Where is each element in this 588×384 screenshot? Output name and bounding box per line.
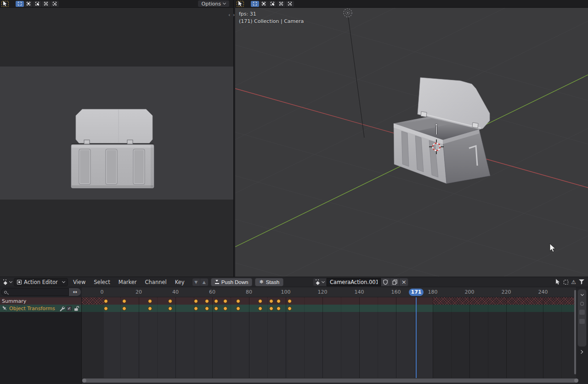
- select-mode-invert[interactable]: [277, 1, 285, 7]
- pin-icon[interactable]: [2, 306, 7, 311]
- out-of-range-dim: [433, 305, 576, 312]
- select-mode-set[interactable]: [251, 1, 259, 7]
- keyframe-frame-95[interactable]: [277, 306, 281, 311]
- modifier-wrench-icon[interactable]: [59, 306, 65, 312]
- keyframe-frame-85[interactable]: [258, 306, 262, 311]
- action-datablock-group: ×: [313, 278, 408, 286]
- summary-keyframe-track[interactable]: [82, 297, 576, 305]
- filter-funnel-icon[interactable]: [579, 279, 584, 284]
- scrollbar-thumb[interactable]: [82, 378, 578, 383]
- keyframe-frame-66[interactable]: [223, 299, 227, 303]
- filter-icon-group: ⚠: [555, 279, 584, 285]
- playhead-line[interactable]: [416, 297, 417, 378]
- push-down-button[interactable]: Push Down: [211, 278, 253, 286]
- select-mode-invert[interactable]: [42, 1, 50, 7]
- channel-region-background: [0, 312, 82, 384]
- show-errors-warning-icon[interactable]: ⚠: [571, 279, 576, 285]
- menu-view[interactable]: View: [69, 278, 90, 286]
- menu-select[interactable]: Select: [90, 278, 114, 286]
- menu-marker[interactable]: Marker: [114, 278, 141, 286]
- select-mode-set[interactable]: [16, 1, 24, 7]
- chevron-right-icon[interactable]: [579, 350, 583, 354]
- editor-type-dropdown[interactable]: [2, 278, 13, 286]
- layer-cycle-buttons: ▼ ▲: [192, 278, 208, 286]
- ruler-tick-80: 80: [240, 289, 258, 295]
- keyframe-frame-85[interactable]: [258, 299, 262, 303]
- select-mode-extend[interactable]: [260, 1, 268, 7]
- tweak-tool-button[interactable]: [1, 1, 9, 7]
- keyframe-frame-25[interactable]: [148, 306, 152, 311]
- keyframe-frame-11[interactable]: [122, 306, 126, 311]
- keyframe-frame-1[interactable]: [104, 299, 108, 303]
- region-resize-arrows[interactable]: ‹ ›: [228, 12, 235, 18]
- chevron-down-icon: [62, 279, 65, 283]
- keyframe-frame-73[interactable]: [236, 299, 240, 303]
- channel-enable-checkbox[interactable]: ✓: [67, 306, 72, 311]
- shield-icon: [383, 279, 388, 285]
- unlock-icon[interactable]: [74, 306, 79, 312]
- menu-channel[interactable]: Channel: [141, 278, 171, 286]
- fake-user-shield-button[interactable]: [381, 278, 390, 286]
- channel-row-summary[interactable]: Summary: [0, 297, 588, 305]
- keyframe-frame-36[interactable]: [168, 306, 172, 311]
- channel-name-cell[interactable]: Summary: [0, 297, 82, 305]
- keyframe-frame-1[interactable]: [104, 306, 108, 311]
- keyframe-frame-61[interactable]: [214, 306, 218, 311]
- camera-view-region[interactable]: [0, 8, 233, 277]
- timeline-ruler[interactable]: 020406080100120140160180200220240: [82, 287, 576, 297]
- viewport-3d-region[interactable]: fps: 31 (171) Collection | Camera: [235, 8, 588, 277]
- ruler-tick-120: 120: [313, 289, 332, 295]
- keyframe-frame-101[interactable]: [288, 306, 292, 311]
- select-mode-intersect[interactable]: [51, 1, 59, 7]
- stash-button[interactable]: ❄ Stash: [255, 278, 283, 286]
- light-gizmo-icon[interactable]: [344, 9, 352, 17]
- select-mode-intersect[interactable]: [286, 1, 294, 7]
- tweak-tool-button[interactable]: [237, 1, 244, 7]
- scrollbar-zoom-handle-left[interactable]: [82, 378, 86, 383]
- object-transforms-keyframe-track[interactable]: [82, 305, 576, 312]
- keyframe-frame-61[interactable]: [214, 299, 218, 303]
- select-mode-subtract[interactable]: [268, 1, 277, 7]
- keyframe-frame-11[interactable]: [122, 299, 126, 303]
- channel-row-object-transforms[interactable]: Object Transforms ✓: [0, 305, 588, 312]
- keyframe-frame-56[interactable]: [205, 306, 209, 311]
- scrollbar-zoom-handle-right[interactable]: [574, 378, 578, 383]
- horizontal-scrollbar[interactable]: [82, 378, 578, 383]
- menu-key[interactable]: Key: [171, 278, 189, 286]
- browse-action-dropdown[interactable]: [313, 278, 327, 286]
- keyframe-frame-50[interactable]: [194, 306, 198, 311]
- keyframe-frame-91[interactable]: [269, 299, 273, 303]
- show-hidden-icon[interactable]: [564, 280, 568, 284]
- sidebar-tab-box[interactable]: [577, 289, 587, 347]
- channel-search-area: ↔: [0, 287, 82, 297]
- channel-search-input[interactable]: [1, 288, 69, 296]
- sidebar-tab-button[interactable]: [579, 310, 585, 315]
- unlink-action-button[interactable]: ×: [399, 278, 408, 286]
- keyframe-frame-36[interactable]: [168, 299, 172, 303]
- sidebar-tab-button[interactable]: [579, 319, 585, 324]
- keyframe-frame-50[interactable]: [194, 299, 198, 303]
- keyframe-frame-73[interactable]: [236, 306, 240, 311]
- keyframe-frame-66[interactable]: [223, 306, 227, 311]
- keyframe-frame-91[interactable]: [269, 306, 273, 311]
- chevron-down-icon: [580, 293, 583, 296]
- move-up-button[interactable]: ▲: [200, 278, 208, 286]
- editor-mode-dropdown[interactable]: Action Editor: [14, 278, 68, 286]
- action-name-field[interactable]: [327, 278, 381, 286]
- viewport-breadcrumb: (171) Collection | Camera: [239, 18, 304, 25]
- ruler-tick-0: 0: [93, 289, 111, 295]
- move-down-button[interactable]: ▼: [192, 278, 200, 286]
- options-dropdown[interactable]: Options: [198, 0, 229, 7]
- keyframe-frame-56[interactable]: [205, 299, 209, 303]
- current-frame-badge[interactable]: 171: [409, 289, 424, 296]
- new-action-copy-button[interactable]: [390, 278, 399, 286]
- keyframe-frame-25[interactable]: [148, 299, 152, 303]
- select-mode-subtract[interactable]: [33, 1, 41, 7]
- select-mode-extend[interactable]: [24, 1, 33, 7]
- dotted-sphere-icon: [580, 302, 584, 306]
- keyframe-frame-101[interactable]: [288, 299, 292, 303]
- channel-name-cell[interactable]: Object Transforms ✓: [0, 305, 82, 312]
- keyframe-frame-95[interactable]: [277, 299, 281, 303]
- expand-width-button[interactable]: ↔: [69, 288, 81, 296]
- only-selected-cursor-icon[interactable]: [555, 279, 561, 285]
